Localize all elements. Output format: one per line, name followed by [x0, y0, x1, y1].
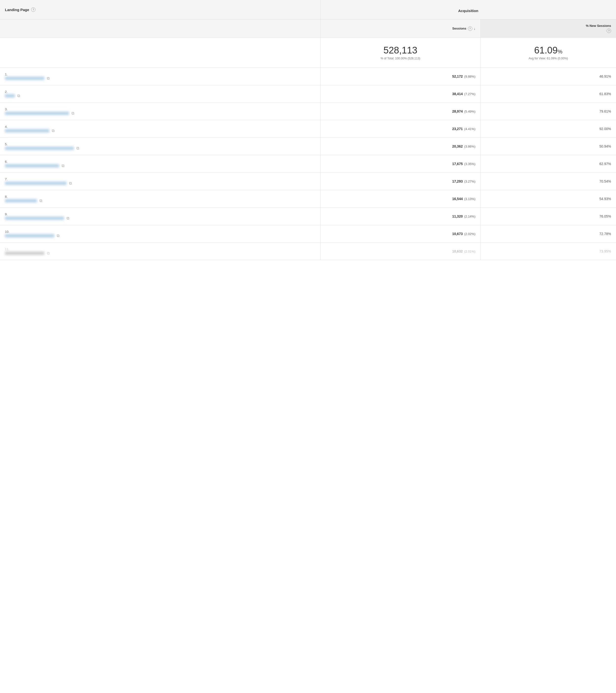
sessions-cell: 11,320(2.14%): [320, 208, 480, 225]
totals-row: 528,113 % of Total: 100.00% (528,113) 61…: [0, 38, 616, 68]
sessions-pct: (3.35%): [464, 162, 476, 166]
sessions-value: 17,675: [452, 162, 463, 166]
landing-page-cell: ⧉: [5, 163, 315, 168]
landing-page-url: [5, 77, 44, 80]
landing-page-cell: ⧉: [5, 111, 315, 116]
landing-page-url: [5, 182, 66, 185]
sessions-cell: 17,675(3.35%): [320, 155, 480, 173]
landing-page-label: Landing Page: [5, 8, 29, 12]
sessions-cell: 10,673(2.02%): [320, 225, 480, 243]
landing-page-cell: ⧉: [5, 76, 315, 81]
new-sessions-cell: 72.78%: [480, 225, 616, 243]
sessions-cell: 20,362(3.86%): [320, 138, 480, 155]
new-sessions-cell: 73.95%: [480, 243, 616, 260]
table-row: 4.⧉23,271(4.41%)92.00%: [0, 120, 616, 138]
copy-icon[interactable]: ⧉: [57, 234, 59, 238]
sort-arrow-icon[interactable]: ↓: [474, 26, 476, 31]
sessions-cell: 17,293(3.27%): [320, 173, 480, 190]
table-row: 6.⧉17,675(3.35%)62.97%: [0, 155, 616, 173]
landing-page-url: [5, 234, 54, 237]
sessions-cell: 23,271(4.41%): [320, 120, 480, 138]
sessions-help-icon[interactable]: ?: [468, 26, 472, 31]
totals-new-sessions-cell: 61.09% Avg for View: 61.09% (0.00%): [480, 38, 616, 68]
landing-page-cell: ⧉: [5, 199, 315, 203]
copy-icon[interactable]: ⧉: [76, 146, 79, 151]
sessions-cell: 10,632(2.01%): [320, 243, 480, 260]
row-number: 7.: [5, 177, 10, 181]
table-row: 8.⧉16,544(3.13%)54.93%: [0, 190, 616, 208]
table-row: 10.⧉10,673(2.02%)72.78%: [0, 225, 616, 243]
total-sessions-sub: % of Total: 100.00% (528,113): [325, 57, 476, 60]
new-sessions-cell: 50.94%: [480, 138, 616, 155]
table-row: 3.⧉28,974(5.49%)79.61%: [0, 103, 616, 120]
new-sessions-cell: 46.91%: [480, 68, 616, 85]
landing-page-cell: ⧉: [5, 234, 315, 238]
acquisition-header: Acquisition: [320, 0, 616, 19]
row-number: 8.: [5, 195, 10, 199]
row-number: 10.: [5, 230, 12, 234]
sessions-pct: (7.27%): [464, 92, 476, 96]
landing-page-url: [5, 252, 44, 255]
data-table: 1.⧉52,172(9.88%)46.91%2.⧉38,414(7.27%)61…: [0, 68, 616, 260]
copy-icon[interactable]: ⧉: [52, 128, 55, 133]
row-number: 3.: [5, 107, 10, 111]
copy-icon[interactable]: ⧉: [66, 216, 69, 220]
copy-icon[interactable]: ⧉: [39, 199, 42, 203]
new-sessions-column-header[interactable]: % New Sessions ?: [480, 19, 616, 38]
copy-icon[interactable]: ⧉: [69, 181, 72, 185]
sessions-pct: (9.88%): [464, 75, 476, 78]
sessions-pct: (3.13%): [464, 197, 476, 201]
sessions-pct: (4.41%): [464, 127, 476, 131]
copy-icon[interactable]: ⧉: [47, 251, 49, 256]
sessions-value: 28,974: [452, 110, 463, 113]
landing-page-cell: ⧉: [5, 94, 315, 98]
sessions-value: 20,362: [452, 144, 463, 148]
landing-page-url: [5, 217, 64, 220]
sessions-value: 52,172: [452, 74, 463, 78]
new-sessions-help-icon[interactable]: ?: [607, 28, 611, 33]
landing-page-cell: ⧉: [5, 181, 315, 185]
landing-page-url: [5, 199, 37, 202]
new-sessions-cell: 79.61%: [480, 103, 616, 120]
main-table: Landing Page ? Acquisition Sessions ? ↓ …: [0, 0, 616, 68]
copy-icon[interactable]: ⧉: [62, 163, 64, 168]
sessions-value: 23,271: [452, 127, 463, 131]
landing-page-url: [5, 164, 59, 167]
landing-page-cell: ⧉: [5, 251, 315, 256]
copy-icon[interactable]: ⧉: [17, 94, 20, 98]
total-new-sessions-sub: Avg for View: 61.09% (0.00%): [486, 57, 611, 60]
row-number: 2.: [5, 90, 10, 94]
totals-sessions-cell: 528,113 % of Total: 100.00% (528,113): [320, 38, 480, 68]
row-number: 4.: [5, 125, 10, 128]
new-sessions-cell: 62.97%: [480, 155, 616, 173]
sessions-value: 10,632: [452, 249, 463, 253]
sessions-label: Sessions: [452, 26, 466, 30]
new-sessions-label: % New Sessions: [586, 24, 611, 27]
sessions-cell: 16,544(3.13%): [320, 190, 480, 208]
sessions-value: 38,414: [452, 92, 463, 96]
sessions-cell: 38,414(7.27%): [320, 85, 480, 103]
sessions-value: 11,320: [452, 214, 463, 218]
sessions-pct: (3.27%): [464, 180, 476, 183]
copy-icon[interactable]: ⧉: [47, 76, 49, 81]
sessions-value: 17,293: [452, 179, 463, 183]
landing-page-url: [5, 129, 49, 133]
row-number: 1.: [5, 73, 10, 76]
landing-page-cell: ⧉: [5, 128, 315, 133]
landing-page-cell: ⧉: [5, 146, 315, 151]
landing-page-url: [5, 112, 69, 115]
row-number: 9.: [5, 212, 10, 216]
table-row: 1.⧉52,172(9.88%)46.91%: [0, 68, 616, 85]
sessions-pct: (3.86%): [464, 145, 476, 148]
sessions-cell: 52,172(9.88%): [320, 68, 480, 85]
landing-page-help-icon[interactable]: ?: [31, 7, 36, 12]
table-row: 2.⧉38,414(7.27%)61.83%: [0, 85, 616, 103]
new-sessions-cell: 76.05%: [480, 208, 616, 225]
sessions-column-header[interactable]: Sessions ? ↓: [320, 19, 480, 38]
table-row: 11.⧉10,632(2.01%)73.95%: [0, 243, 616, 260]
sessions-value: 10,673: [452, 232, 463, 236]
table-row: 9.⧉11,320(2.14%)76.05%: [0, 208, 616, 225]
copy-icon[interactable]: ⧉: [72, 111, 74, 116]
table-row: 7.⧉17,293(3.27%)70.54%: [0, 173, 616, 190]
table-row: 5.⧉20,362(3.86%)50.94%: [0, 138, 616, 155]
